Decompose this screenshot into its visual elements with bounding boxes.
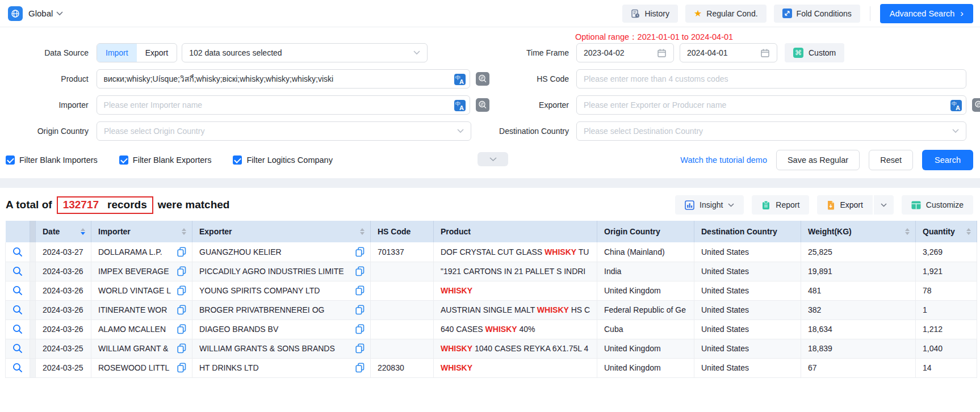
header-detail-col: [6, 221, 30, 242]
export-button[interactable]: Export: [817, 195, 872, 215]
date-start-input[interactable]: 2023-04-02: [576, 43, 674, 62]
export-options-button[interactable]: [874, 195, 894, 215]
copy-icon[interactable]: [355, 343, 365, 354]
chevron-right-icon: ›: [960, 9, 964, 18]
quantity-cell: 1: [916, 300, 977, 319]
column-header[interactable]: Exporter: [192, 221, 371, 242]
copy-icon[interactable]: [177, 324, 186, 334]
custom-icon: ⌘: [793, 48, 803, 58]
date-end-value: 2024-04-01: [687, 48, 728, 57]
chevron-down-icon: [952, 129, 959, 133]
hs-code-cell: [371, 319, 434, 339]
row-detail-icon[interactable]: [12, 247, 23, 257]
fixed-col-strip: [30, 319, 36, 339]
product-cell: WHISKY: [434, 358, 597, 377]
report-button[interactable]: Report: [752, 195, 809, 215]
fuzzy-match-icon[interactable]: [476, 72, 489, 86]
fold-conditions-button[interactable]: Fold Conditions: [774, 5, 860, 23]
exporter-input[interactable]: [584, 100, 959, 110]
history-label: History: [644, 9, 669, 18]
row-detail-icon[interactable]: [12, 363, 23, 373]
origin-country-cell: India: [597, 262, 694, 281]
fuzzy-match-icon[interactable]: [972, 98, 980, 112]
copy-icon[interactable]: [177, 363, 186, 373]
export-tab[interactable]: Export: [137, 44, 177, 62]
sort-carets[interactable]: [360, 228, 365, 235]
sort-carets[interactable]: [966, 228, 971, 235]
copy-icon[interactable]: [355, 285, 365, 296]
column-header[interactable]: Weight(KG): [801, 221, 916, 242]
origin-country-cell: United Kingdom: [597, 339, 694, 358]
save-as-regular-button[interactable]: Save as Regular: [776, 150, 860, 170]
column-header[interactable]: Date: [36, 221, 91, 242]
exporter-cell: GUANGZHOU KELIER: [192, 242, 371, 262]
date-cell: 2024-03-27: [36, 242, 91, 262]
filter-blank-exporters-checkbox[interactable]: Filter Blank Exporters: [119, 155, 212, 165]
translate-icon[interactable]: 中A: [454, 100, 466, 111]
date-end-input[interactable]: 2024-04-01: [680, 43, 777, 62]
row-detail-icon[interactable]: [12, 305, 23, 315]
copy-icon[interactable]: [355, 266, 365, 276]
origin-country-select[interactable]: Please select Origin Country: [97, 121, 471, 141]
copy-icon[interactable]: [177, 266, 186, 276]
sort-carets[interactable]: [81, 228, 85, 235]
star-icon: ★: [694, 9, 702, 18]
destination-country-cell: United States: [694, 358, 801, 377]
tutorial-demo-link[interactable]: Watch the tutorial demo: [680, 155, 767, 165]
insight-button[interactable]: Insight: [675, 195, 744, 215]
copy-icon[interactable]: [355, 305, 365, 315]
customize-button[interactable]: Customize: [902, 195, 973, 215]
copy-icon[interactable]: [177, 247, 186, 257]
collapse-form-button[interactable]: [478, 152, 508, 166]
results-toolbar: Insight Report Export Customize: [675, 195, 973, 215]
copy-icon[interactable]: [177, 343, 186, 354]
region-selector-label[interactable]: Global: [28, 9, 53, 18]
calendar-icon: [760, 48, 770, 58]
translate-icon[interactable]: 中A: [454, 74, 466, 85]
filter-logistics-company-checkbox[interactable]: Filter Logitics Company: [233, 155, 333, 165]
reset-button[interactable]: Reset: [869, 150, 913, 170]
row-detail-icon[interactable]: [12, 266, 23, 276]
custom-range-button[interactable]: ⌘ Custom: [785, 43, 844, 62]
importer-input[interactable]: [104, 100, 463, 110]
results-summary: A total of 132717 records were matched: [6, 196, 229, 214]
destination-country-cell: United States: [694, 281, 801, 300]
import-tab[interactable]: Import: [97, 44, 137, 62]
regular-cond-button[interactable]: ★ Regular Cond.: [685, 5, 767, 23]
topbar-actions: History ★ Regular Cond. Fold Conditions …: [622, 4, 973, 23]
chevron-down-icon[interactable]: [56, 11, 63, 16]
advanced-search-button[interactable]: Advanced Search ›: [880, 4, 973, 23]
history-button[interactable]: History: [622, 5, 678, 23]
importer-cell: ALAMO MCALLEN: [91, 319, 192, 339]
copy-icon[interactable]: [177, 305, 186, 315]
copy-icon[interactable]: [355, 363, 365, 373]
data-sources-select[interactable]: 102 data sources selected: [182, 43, 428, 62]
sort-carets[interactable]: [905, 228, 910, 235]
row-detail-icon[interactable]: [12, 324, 23, 334]
product-input[interactable]: [104, 74, 463, 83]
origin-country-cell: China (Mainland): [597, 242, 694, 262]
data-sources-value: 102 data sources selected: [189, 48, 282, 57]
fuzzy-match-icon[interactable]: [476, 98, 489, 112]
destination-country-select[interactable]: Please select Destination Country: [576, 121, 966, 141]
copy-icon[interactable]: [177, 285, 186, 296]
importer-cell: ITINERANTE WOR: [91, 300, 192, 319]
search-button[interactable]: Search: [922, 150, 973, 170]
hs-code-input[interactable]: [584, 74, 959, 83]
sort-carets[interactable]: [182, 228, 186, 235]
copy-icon[interactable]: [355, 247, 365, 257]
advanced-search-label: Advanced Search: [890, 9, 954, 18]
divider: [870, 6, 870, 21]
row-detail-icon[interactable]: [12, 285, 23, 296]
copy-icon[interactable]: [355, 324, 365, 334]
column-header[interactable]: Quantity: [916, 221, 977, 242]
insight-label: Insight: [700, 200, 723, 209]
translate-icon[interactable]: 中A: [950, 100, 962, 111]
date-cell: 2024-03-26: [36, 300, 91, 319]
row-detail-cell: [6, 319, 30, 339]
row-detail-icon[interactable]: [12, 343, 23, 354]
filter-blank-importers-checkbox[interactable]: Filter Blank Importers: [6, 155, 98, 165]
record-count: 132717: [63, 199, 99, 211]
column-header[interactable]: Importer: [91, 221, 192, 242]
importer-cell: IMPEX BEVERAGE: [91, 262, 192, 281]
